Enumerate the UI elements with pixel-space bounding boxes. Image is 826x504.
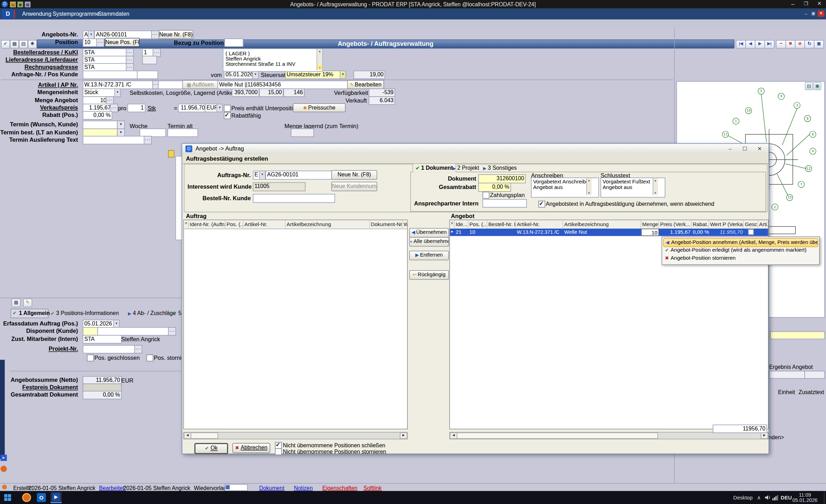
- menu-item-stammdaten[interactable]: Stammdaten: [98, 10, 130, 18]
- angebots-nr-lookup-button[interactable]: ...: [151, 30, 159, 39]
- mdi-close-icon[interactable]: ✕: [818, 10, 825, 17]
- auftrag-table-hscrollbar[interactable]: ◀▶: [183, 432, 408, 439]
- context-menu-item-erledigt[interactable]: ✔Angebot-Position erledigt (wird als ang…: [663, 246, 817, 254]
- dialog-maximize-button[interactable]: ☐: [738, 144, 751, 154]
- anschreiben-scrollbar[interactable]: ▲▼: [586, 178, 592, 195]
- auftrag-table[interactable]: ≡ Ident-Nr. (Auftra... Pos. (... Artikel…: [183, 220, 408, 429]
- cancel-record-button[interactable]: ⊘: [795, 40, 805, 48]
- artikel-bezeichnung-field[interactable]: Welle Nut ||11685343456: [218, 80, 349, 89]
- remove-record-button[interactable]: −: [776, 40, 786, 48]
- menu-item-systemprogramme[interactable]: Systemprogramme: [53, 10, 100, 18]
- mitarbeiter-input[interactable]: STA: [83, 335, 121, 343]
- disponent-name-input[interactable]: [97, 327, 170, 336]
- tab-allgemein[interactable]: ✔ 1 Allgemein: [10, 309, 48, 318]
- stk-link[interactable]: Stk: [147, 105, 156, 112]
- termin-wunsch-dropdown-button[interactable]: ▼: [117, 121, 125, 129]
- network-icon[interactable]: [772, 495, 778, 500]
- vom-date-combo[interactable]: 05.01.2026▾: [224, 71, 259, 79]
- steuersatz-combo[interactable]: Umsatzsteuer 19%▾: [285, 71, 346, 79]
- anfrage-nr-input[interactable]: [83, 71, 139, 79]
- mdi-minimize-icon[interactable]: –: [803, 10, 809, 17]
- maximize-button[interactable]: ❐: [800, 0, 812, 8]
- delete-record-button[interactable]: ✖: [785, 40, 796, 48]
- artikel-nr-input[interactable]: W.13.N-272.371 /C: [83, 80, 154, 89]
- notizen-link[interactable]: Notizen: [294, 485, 313, 492]
- rechnungsadresse-label[interactable]: Rechnungsadresse: [0, 64, 78, 71]
- angebot-table-row-selected[interactable]: ▸ 21 10 W.13.N-272.371 /C Welle Nut 10 1…: [450, 229, 768, 236]
- projekt-nr-input[interactable]: [83, 345, 136, 354]
- close-button[interactable]: ✕: [813, 0, 826, 8]
- context-menu-item-annehmen[interactable]: ◀Angebot-Position annehmen (Artikel, Men…: [663, 238, 818, 247]
- alle-uebernehmen-button[interactable]: «Alle übernehmen: [409, 237, 449, 246]
- auftrags-nr-prefix-combo[interactable]: E▾: [253, 171, 265, 180]
- ansprechpartner-input[interactable]: [483, 199, 527, 208]
- preissuche-button[interactable]: ✱Preissuche: [293, 103, 346, 112]
- disponent-lookup-button[interactable]: ...: [168, 327, 176, 336]
- menge-cell-editable[interactable]: 10: [641, 229, 659, 236]
- drawing-page-icon[interactable]: ▤: [805, 82, 813, 90]
- minimize-button[interactable]: –: [786, 0, 799, 8]
- schlusstext-scrollbar[interactable]: ▲▼: [653, 178, 658, 195]
- positionen-stornieren-checkbox[interactable]: [275, 448, 282, 455]
- dialog-titlebar[interactable]: D Angebot -> Auftrag – ☐ ✕: [182, 144, 769, 155]
- tab-projekt[interactable]: ▶ 2 Projekt: [450, 164, 482, 172]
- taskbar-app-icon[interactable]: [22, 493, 31, 502]
- refresh-button[interactable]: ↻: [804, 40, 814, 48]
- quick-nav-icon[interactable]: ▸: [1, 455, 7, 461]
- start-button[interactable]: [4, 494, 11, 501]
- termin-auslieferung-lookup-button[interactable]: ...: [144, 136, 152, 144]
- wiedervorlage-widget[interactable]: [224, 484, 247, 491]
- rabattfaehig-checkbox[interactable]: [224, 112, 231, 119]
- dokument-field[interactable]: 312600100: [478, 174, 526, 183]
- tab-positions-informationen[interactable]: ✔ 3 Positions-Informationen: [50, 309, 119, 317]
- auftrag-table-header[interactable]: ≡ Ident-Nr. (Auftra... Pos. (... Artikel…: [184, 220, 407, 229]
- angebotstext-checkbox[interactable]: [538, 201, 545, 208]
- dialog-neue-nr-button[interactable]: Neue Nr. (F8): [331, 170, 377, 180]
- panel-text-field[interactable]: [770, 331, 825, 340]
- lieferadresse-label[interactable]: Lieferadresse /Lieferdauer: [0, 56, 78, 63]
- mengeneinheit-combo[interactable]: Stück▾: [83, 89, 120, 97]
- nav-next-button[interactable]: ▶: [755, 40, 765, 48]
- position-lookup-button[interactable]: ...: [96, 38, 104, 47]
- tab-sonstiges[interactable]: ▶ 3 Sonstiges: [481, 164, 519, 172]
- note-icon[interactable]: [168, 150, 174, 158]
- volume-icon[interactable]: [765, 495, 771, 500]
- dialog-minimize-button[interactable]: –: [724, 144, 736, 154]
- angebot-table-header[interactable]: ≡ Ide... Pos. (... Bestell-Nr. Kun... Ar…: [450, 220, 768, 229]
- ap-nr-input[interactable]: [158, 80, 184, 89]
- nav-last-button[interactable]: ▶|: [764, 40, 775, 48]
- lieferdauer-input[interactable]: [142, 56, 157, 64]
- interessent-input[interactable]: 11005: [253, 182, 306, 191]
- termin-auslieferung-input[interactable]: [83, 136, 146, 144]
- bearbeiten-button[interactable]: ✎Bearbeiten: [347, 80, 384, 89]
- edit-note-icon[interactable]: ✎: [23, 299, 32, 307]
- angebot-table-hscrollbar[interactable]: ◀▶: [449, 432, 769, 439]
- context-menu-item-stornieren[interactable]: ✖Angebot-Position stornieren: [663, 254, 817, 262]
- tab-ab-zuschlaege[interactable]: ▶ 4 Ab- / Zuschläge: [128, 309, 176, 317]
- artikel-label[interactable]: Artikel | AP Nr.: [0, 82, 78, 89]
- clock[interactable]: 11:09 05.01.2026: [790, 492, 820, 503]
- window-mode-button[interactable]: ▣: [814, 40, 824, 48]
- angebots-nr-prefix-combo[interactable]: A▾: [83, 30, 94, 39]
- bestelleradresse-label[interactable]: Bestelleradresse / KuKl: [0, 49, 78, 56]
- positionen-schliessen-checkbox[interactable]: [275, 442, 282, 449]
- dokument-link[interactable]: Dokument: [259, 485, 285, 492]
- drawing-print-icon[interactable]: ▣: [813, 82, 821, 90]
- dialog-gesamtrabatt-field[interactable]: 0,00 %: [478, 183, 511, 192]
- address-dropdown-item[interactable]: Storchennest Straße 11 a INV: [225, 61, 295, 68]
- pos-stornieren-checkbox[interactable]: [146, 355, 153, 362]
- bestell-nr-input[interactable]: [253, 194, 335, 203]
- neue-pos-button[interactable]: Neue Pos. (F8): [105, 38, 140, 47]
- tray-expand-icon[interactable]: ∧: [757, 495, 761, 500]
- verkaufspreis-label[interactable]: Verkaufspreis: [0, 104, 78, 111]
- geschlossen-cell[interactable]: [744, 229, 758, 236]
- mdi-restore-icon[interactable]: ▣: [810, 10, 817, 17]
- entfernen-button[interactable]: ▶Entfernen: [409, 251, 449, 260]
- softlink-link[interactable]: Softlink: [364, 485, 382, 492]
- pos-geschlossen-checkbox[interactable]: [87, 355, 94, 362]
- neue-nr-button[interactable]: Neue Nr. (F8): [159, 30, 193, 39]
- pro-menge-input[interactable]: 1: [127, 104, 145, 112]
- rueckgaengig-button[interactable]: ↩Rückgängig: [409, 270, 449, 280]
- nav-first-button[interactable]: |◀: [736, 40, 746, 48]
- termin-wunsch-input[interactable]: [83, 121, 119, 129]
